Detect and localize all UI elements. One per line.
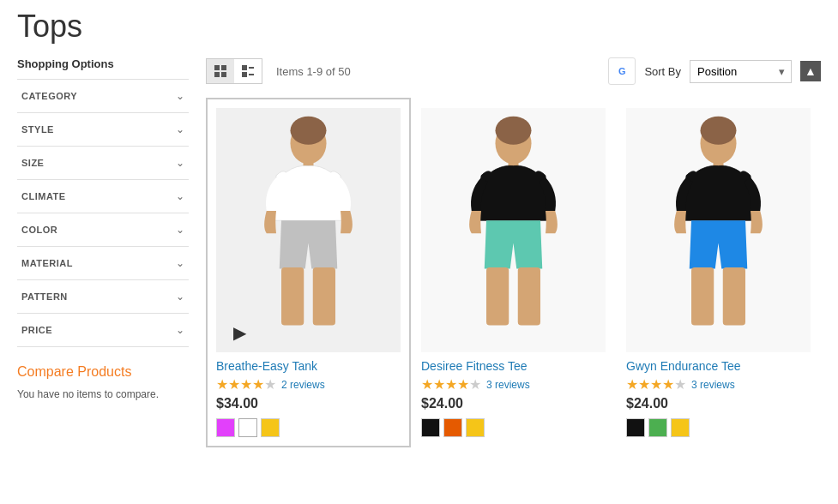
compare-title[interactable]: Compare Products (17, 364, 189, 380)
color-swatch-0[interactable] (626, 418, 645, 437)
sort-label: Sort By (644, 65, 681, 78)
filter-label-size: SIZE (21, 158, 44, 168)
filter-item-pattern[interactable]: PATTERN⌄ (17, 279, 189, 313)
rating-row: ★★★★★ 3 reviews (421, 376, 606, 393)
product-grid: ▶ Breathe-Easy Tank ★★★★★ 2 reviews $34.… (206, 98, 821, 447)
filter-item-category[interactable]: CATEGORY⌄ (17, 79, 189, 112)
color-swatch-1[interactable] (648, 418, 667, 437)
list-view-button[interactable] (234, 59, 262, 83)
color-swatch-1[interactable] (238, 418, 257, 437)
sort-wrapper: PositionProduct NamePrice (690, 60, 792, 83)
price: $24.00 (626, 396, 811, 411)
toolbar-left: Items 1-9 of 50 (206, 58, 351, 84)
rating-row: ★★★★★ 2 reviews (216, 376, 401, 393)
color-swatch-2[interactable] (671, 418, 690, 437)
filter-label-climate: CLIMATE (21, 191, 66, 201)
chevron-icon-pattern: ⌄ (176, 291, 184, 303)
svg-rect-17 (518, 267, 540, 326)
star-4: ★ (457, 376, 469, 393)
price: $24.00 (421, 396, 606, 411)
product-image-area (626, 108, 811, 352)
page-title: Tops (17, 9, 821, 45)
content-area: Items 1-9 of 50 G Sort By PositionProduc… (206, 57, 821, 447)
svg-rect-12 (313, 267, 335, 326)
scroll-up-button[interactable]: ▲ (800, 61, 821, 81)
filter-item-price[interactable]: PRICE⌄ (17, 313, 189, 347)
star-3: ★ (650, 376, 662, 393)
svg-point-9 (291, 117, 327, 145)
shopping-options-title: Shopping Options (17, 57, 189, 70)
star-1: ★ (216, 376, 228, 393)
star-2: ★ (228, 376, 240, 393)
color-swatches (626, 418, 811, 437)
stars: ★★★★★ (216, 376, 276, 393)
svg-rect-16 (486, 267, 509, 326)
svg-rect-11 (281, 267, 304, 326)
svg-rect-2 (214, 72, 220, 77)
product-name[interactable]: Gwyn Endurance Tee (626, 359, 811, 373)
svg-rect-7 (249, 74, 254, 75)
filter-item-size[interactable]: SIZE⌄ (17, 146, 189, 179)
svg-rect-3 (221, 72, 226, 77)
svg-point-14 (496, 117, 532, 145)
filter-label-color: COLOR (21, 225, 57, 235)
product-card-p2[interactable]: Desiree Fitness Tee ★★★★★ 3 reviews $24.… (411, 98, 616, 447)
review-count[interactable]: 3 reviews (691, 379, 735, 391)
color-swatch-2[interactable] (261, 418, 280, 437)
rating-row: ★★★★★ 3 reviews (626, 376, 811, 393)
chevron-icon-category: ⌄ (176, 90, 184, 102)
filter-item-material[interactable]: MATERIAL⌄ (17, 246, 189, 279)
color-swatch-0[interactable] (421, 418, 440, 437)
star-3: ★ (240, 376, 252, 393)
filter-label-pattern: PATTERN (21, 291, 68, 302)
star-5: ★ (674, 376, 686, 393)
chevron-icon-size: ⌄ (176, 157, 184, 169)
product-card-p1[interactable]: ▶ Breathe-Easy Tank ★★★★★ 2 reviews $34.… (206, 98, 411, 447)
toolbar: Items 1-9 of 50 G Sort By PositionProduc… (206, 57, 821, 85)
filter-item-climate[interactable]: CLIMATE⌄ (17, 179, 189, 213)
star-1: ★ (421, 376, 433, 393)
google-translate-icon[interactable]: G (608, 57, 636, 85)
color-swatch-1[interactable] (443, 418, 462, 437)
review-count[interactable]: 2 reviews (281, 379, 325, 391)
svg-rect-1 (221, 65, 226, 70)
chevron-icon-color: ⌄ (176, 224, 184, 236)
product-name[interactable]: Desiree Fitness Tee (421, 359, 606, 373)
product-name[interactable]: Breathe-Easy Tank (216, 359, 401, 373)
chevron-icon-style: ⌄ (176, 123, 184, 135)
review-count[interactable]: 3 reviews (486, 379, 530, 391)
filter-item-style[interactable]: STYLE⌄ (17, 112, 189, 146)
color-swatch-0[interactable] (216, 418, 235, 437)
star-5: ★ (264, 376, 276, 393)
sidebar: Shopping Options CATEGORY⌄STYLE⌄SIZE⌄CLI… (17, 57, 189, 447)
star-2: ★ (638, 376, 650, 393)
star-2: ★ (433, 376, 445, 393)
color-swatches (216, 418, 401, 437)
svg-rect-5 (249, 67, 254, 69)
grid-view-button[interactable] (207, 59, 234, 83)
svg-rect-0 (214, 65, 220, 70)
filter-label-category: CATEGORY (21, 91, 77, 101)
main-layout: Shopping Options CATEGORY⌄STYLE⌄SIZE⌄CLI… (17, 57, 821, 447)
color-swatches (421, 418, 606, 437)
compare-section: Compare Products You have no items to co… (17, 364, 189, 402)
color-swatch-2[interactable] (466, 418, 485, 437)
stars: ★★★★★ (421, 376, 481, 393)
product-image-area (421, 108, 606, 352)
toolbar-right: G Sort By PositionProduct NamePrice ▲ (608, 57, 821, 85)
price: $34.00 (216, 396, 401, 411)
compare-text: You have no items to compare. (17, 387, 189, 402)
filter-label-material: MATERIAL (21, 258, 73, 268)
star-1: ★ (626, 376, 638, 393)
filter-item-color[interactable]: COLOR⌄ (17, 213, 189, 246)
svg-rect-22 (723, 267, 745, 326)
items-count: Items 1-9 of 50 (276, 65, 351, 78)
sort-select[interactable]: PositionProduct NamePrice (690, 60, 792, 83)
svg-rect-4 (242, 65, 247, 70)
star-5: ★ (469, 376, 481, 393)
svg-point-19 (701, 117, 737, 145)
product-image-area (216, 108, 401, 352)
svg-rect-21 (691, 267, 714, 326)
filter-label-style: STYLE (21, 124, 54, 135)
product-card-p3[interactable]: Gwyn Endurance Tee ★★★★★ 3 reviews $24.0… (616, 98, 821, 447)
